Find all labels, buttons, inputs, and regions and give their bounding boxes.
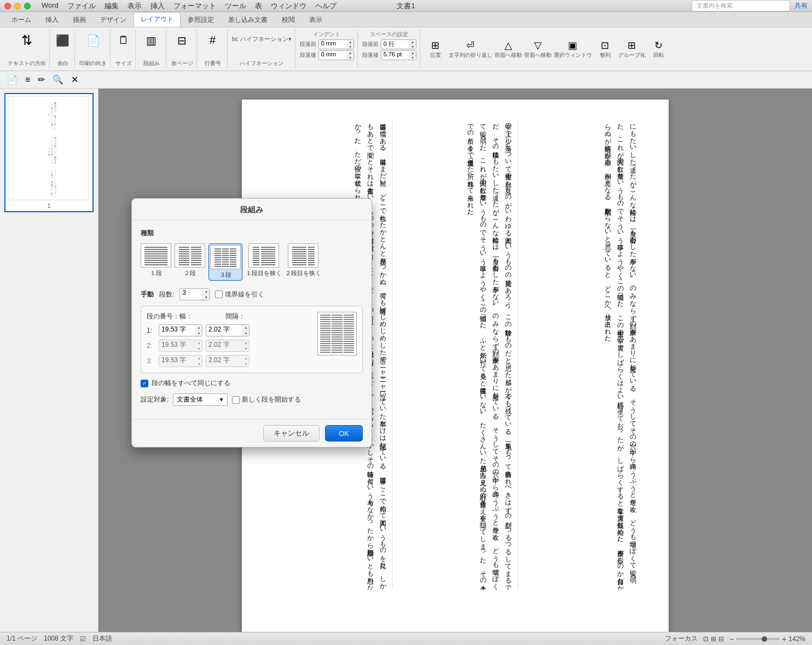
menu-table[interactable]: 表 — [255, 1, 262, 11]
view-icon-3[interactable]: ⊟ — [718, 635, 724, 643]
columns-label[interactable]: 段組み — [143, 60, 160, 67]
text-direction-label[interactable]: テキストの方向 — [8, 60, 46, 67]
text-col-3: にもたいした違ったがこんな片輪には、一度も出会わした事がない。のみならず顔の真中… — [518, 119, 642, 590]
col-row-1-width-up[interactable]: ▲ — [196, 325, 202, 331]
print-label[interactable]: 印刷の向き — [79, 60, 107, 67]
col-row-1-spacing-input[interactable]: 2.02 字 ▲ ▼ — [206, 324, 250, 336]
zoom-in-icon[interactable]: + — [782, 635, 786, 643]
menu-file[interactable]: ファイル — [67, 1, 96, 11]
indent-before-down[interactable]: ▼ — [347, 45, 353, 49]
new-section-row: 新しく段を開始する — [232, 395, 301, 404]
col-row-1-width-input[interactable]: 19.53 字 ▲ ▼ — [159, 324, 202, 336]
hyphenation-label[interactable]: ハイフネーション — [240, 60, 283, 67]
menu-view[interactable]: 表示 — [127, 1, 142, 11]
preset-3col[interactable]: ３段 — [208, 243, 242, 281]
tab-references[interactable]: 参照設定 — [181, 13, 221, 27]
share-button[interactable]: 共有 — [794, 1, 808, 10]
ok-button[interactable]: OK — [325, 425, 363, 441]
spacing-after-up[interactable]: ▲ — [410, 51, 416, 56]
indent-before-input[interactable]: 0 mm ▲ ▼ — [318, 39, 354, 49]
page-thumbnail-1[interactable]: 吾輩は猫である。名前はまだ無い。どこで生れたかとんと見当がつかぬ。 掌の上で少し… — [4, 93, 94, 212]
toolbar-close-icon[interactable]: ✕ — [69, 73, 80, 86]
maximize-button[interactable] — [24, 3, 31, 9]
view-icon-2[interactable]: ⊞ — [711, 635, 716, 643]
col-row-1-spacing-down[interactable]: ▼ — [243, 331, 249, 336]
indent-after-label: 段落後 — [300, 51, 316, 59]
document-area[interactable]: 吾輩は猫である。名前はまだ無い。どこで生れたかとんと見当がつかぬ。何でも薄暗いじ… — [98, 89, 812, 632]
cancel-button[interactable]: キャンセル — [263, 425, 320, 441]
preset-2col[interactable]: ２段 — [175, 243, 205, 281]
new-section-checkbox[interactable] — [232, 396, 240, 404]
equal-width-label: 段の幅をすべて同じにする — [152, 379, 230, 388]
size-label[interactable]: サイズ — [115, 60, 132, 67]
col-row-1-width-down[interactable]: ▼ — [196, 331, 202, 336]
menu-format[interactable]: フォーマット — [173, 1, 216, 11]
tab-design[interactable]: デザイン — [93, 13, 134, 27]
spacing-before-up[interactable]: ▲ — [410, 40, 416, 45]
indent-after-stepper[interactable]: ▲ ▼ — [347, 51, 353, 60]
wrap-group: ⏎ 文字列の折り返し — [449, 39, 492, 59]
toolbar-list-icon[interactable]: ≡ — [23, 74, 32, 86]
col-row-1-width-stepper[interactable]: ▲ ▼ — [195, 325, 202, 336]
preset-narrow-left[interactable]: １段目を狭く — [246, 243, 282, 281]
tab-mailings[interactable]: 差し込み文書 — [221, 13, 275, 27]
preview-bar-1 — [320, 315, 330, 353]
toolbar-edit-icon[interactable]: ✏ — [36, 73, 47, 86]
text-col-2: 掌の上で少し落ちついて書生の顔を見たのがいわゆる人間というものの見始であろう。こ… — [392, 119, 517, 590]
toolbar: 📄 ≡ ✏ 🔍 ✕ — [0, 71, 812, 89]
tab-insert[interactable]: 挿入 — [38, 13, 66, 27]
tab-view[interactable]: 表示 — [302, 13, 329, 27]
spacing-before-stepper[interactable]: ▲ ▼ — [409, 40, 416, 49]
dan-input[interactable]: 3 ▲ ▼ — [179, 288, 210, 300]
spacing-after-stepper[interactable]: ▲ ▼ — [409, 51, 416, 60]
indent-after-input[interactable]: 0 mm ▲ ▼ — [318, 50, 354, 60]
col-row-3-width-down: ▼ — [196, 362, 202, 367]
dan-stepper[interactable]: ▲ ▼ — [202, 289, 209, 300]
view-icon-1[interactable]: ⊡ — [703, 635, 709, 643]
toolbar-search-icon[interactable]: 🔍 — [50, 73, 66, 86]
apply-select[interactable]: 文書全体 ▼ — [173, 393, 228, 406]
focus-button[interactable]: フォーカス — [665, 634, 698, 643]
spacing-before-down[interactable]: ▼ — [410, 45, 416, 49]
group-hyphenation: bc ハイフネーション▾ ハイフネーション — [229, 30, 295, 68]
menu-window[interactable]: ウィンドウ — [271, 1, 306, 11]
preset-narrow-right[interactable]: ２段目を狭く — [285, 243, 321, 281]
indent-before-up[interactable]: ▲ — [347, 40, 353, 45]
zoom-out-icon[interactable]: − — [729, 635, 734, 643]
indent-after-down[interactable]: ▼ — [347, 56, 353, 60]
print-icon: 📄 — [86, 34, 100, 47]
border-checkbox[interactable] — [215, 290, 223, 298]
main-area: 吾輩は猫である。名前はまだ無い。どこで生れたかとんと見当がつかぬ。 掌の上で少し… — [0, 89, 812, 632]
spacing-after-input[interactable]: 5.76 pt ▲ ▼ — [381, 50, 416, 60]
wrap-label: 文字列の折り返し — [449, 51, 492, 59]
tab-layout[interactable]: レイアウト — [134, 12, 181, 27]
menu-bar: Word ファイル 編集 表示 挿入 フォーマット ツール 表 ウィンドウ ヘル… — [42, 1, 337, 11]
menu-insert[interactable]: 挿入 — [150, 1, 165, 11]
col-row-1-spacing-up[interactable]: ▲ — [243, 325, 249, 331]
spacing-after-down[interactable]: ▼ — [410, 56, 416, 60]
breaks-label[interactable]: 改ページ — [171, 60, 193, 67]
menu-edit[interactable]: 編集 — [105, 1, 119, 11]
menu-tools[interactable]: ツール — [225, 1, 246, 11]
traffic-lights — [4, 3, 31, 9]
margin-label[interactable]: 余白 — [57, 60, 68, 67]
indent-before-stepper[interactable]: ▲ ▼ — [347, 40, 353, 49]
equal-width-checkbox[interactable]: ✓ — [141, 380, 148, 387]
zoom-slider[interactable] — [736, 638, 780, 640]
spacing-before-input[interactable]: 0 行 ▲ ▼ — [381, 39, 416, 49]
tab-draw[interactable]: 描画 — [66, 13, 93, 27]
search-bar[interactable]: 文書内を検索 — [692, 0, 790, 11]
close-button[interactable] — [4, 3, 11, 9]
tab-home[interactable]: ホーム — [4, 13, 38, 27]
dan-down[interactable]: ▼ — [203, 295, 209, 300]
line-num-label[interactable]: 行番号 — [205, 60, 221, 67]
col-row-1-spacing-stepper[interactable]: ▲ ▼ — [242, 325, 249, 336]
rotate-group: ↻ 回転 — [648, 39, 670, 59]
dan-up[interactable]: ▲ — [203, 289, 209, 295]
preset-1col[interactable]: １段 — [141, 243, 171, 281]
minimize-button[interactable] — [14, 3, 21, 9]
indent-after-up[interactable]: ▲ — [347, 51, 353, 56]
menu-help[interactable]: ヘルプ — [315, 1, 337, 11]
toolbar-doc-icon[interactable]: 📄 — [4, 73, 20, 86]
tab-review[interactable]: 校閲 — [275, 13, 302, 27]
